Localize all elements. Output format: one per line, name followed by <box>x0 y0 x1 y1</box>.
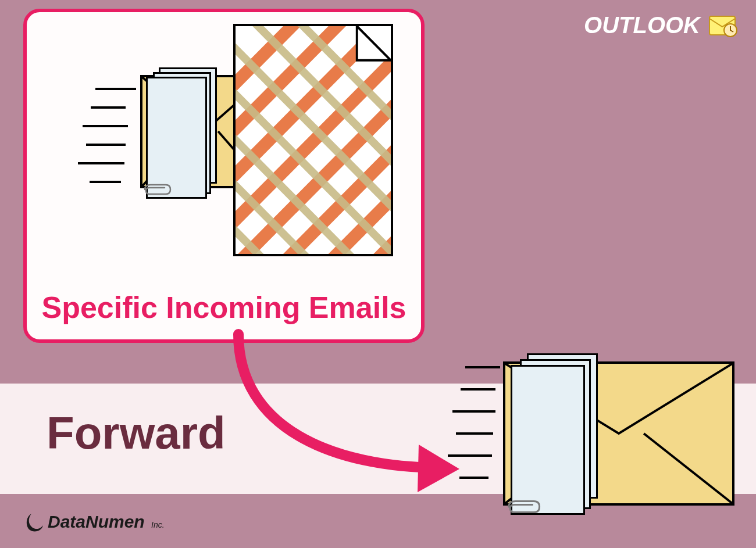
paper-stack-icon <box>146 67 222 198</box>
datanumen-logo: DataNumen Inc. <box>23 509 174 535</box>
motion-lines-icon <box>465 366 500 495</box>
paperclip-icon <box>506 500 541 514</box>
outlook-label: OUTLOOK <box>584 12 700 38</box>
attachment-doc-icon <box>233 24 393 256</box>
outlook-icon <box>706 12 739 38</box>
incoming-emails-card: Specific Incoming Emails <box>23 9 425 343</box>
logo-text-bold: DataNumen <box>48 512 145 531</box>
svg-text:Inc.: Inc. <box>151 520 165 529</box>
diagram-canvas: OUTLOOK <box>0 0 756 548</box>
motion-lines-icon <box>95 88 136 199</box>
logo-text-sub: Inc. <box>151 520 165 529</box>
paper-stack-icon <box>511 353 604 516</box>
paperclip-icon <box>142 184 172 195</box>
forward-label: Forward <box>47 407 226 460</box>
svg-text:DataNumen: DataNumen <box>48 512 145 531</box>
outlook-badge: OUTLOOK <box>584 12 739 38</box>
card-caption: Specific Incoming Emails <box>27 290 421 325</box>
